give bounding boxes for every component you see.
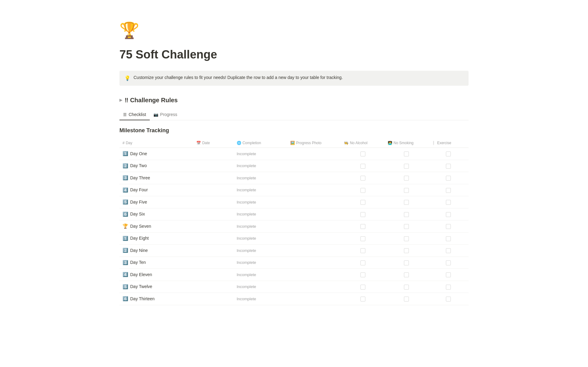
table-row[interactable]: 3️⃣ Day Ten Incomplete: [119, 257, 469, 269]
photo-cell-9[interactable]: [287, 257, 341, 269]
section-header[interactable]: ▶ ‼️ Challenge Rules: [119, 95, 469, 105]
smoking-cell-10[interactable]: [385, 269, 428, 281]
smoking-checkbox-4[interactable]: [404, 200, 409, 205]
alcohol-checkbox-12[interactable]: [360, 297, 365, 301]
exercise-checkbox-0[interactable]: [446, 152, 451, 156]
date-cell-11[interactable]: [193, 281, 234, 293]
table-row[interactable]: 5️⃣ Day Five Incomplete: [119, 196, 469, 208]
alcohol-checkbox-11[interactable]: [360, 285, 365, 290]
table-row[interactable]: 2️⃣ Day Nine Incomplete: [119, 245, 469, 257]
smoking-cell-6[interactable]: [385, 220, 428, 233]
exercise-checkbox-4[interactable]: [446, 200, 451, 205]
alcohol-checkbox-9[interactable]: [360, 260, 365, 265]
table-row[interactable]: 4️⃣ Day Eleven Incomplete: [119, 269, 469, 281]
alcohol-cell-1[interactable]: [341, 160, 385, 172]
exercise-checkbox-5[interactable]: [446, 212, 451, 217]
alcohol-cell-9[interactable]: [341, 257, 385, 269]
tab-checklist[interactable]: ☰ Checklist: [119, 110, 150, 120]
smoking-checkbox-12[interactable]: [404, 297, 409, 301]
smoking-cell-9[interactable]: [385, 257, 428, 269]
photo-cell-11[interactable]: [287, 281, 341, 293]
smoking-checkbox-6[interactable]: [404, 224, 409, 229]
smoking-cell-4[interactable]: [385, 196, 428, 208]
date-cell-2[interactable]: [193, 172, 234, 184]
table-row[interactable]: 1️⃣ Day Eight Incomplete: [119, 232, 469, 245]
smoking-cell-0[interactable]: [385, 148, 428, 160]
exercise-cell-7[interactable]: [428, 232, 469, 245]
alcohol-cell-3[interactable]: [341, 184, 385, 196]
date-cell-1[interactable]: [193, 160, 234, 172]
toggle-arrow-icon[interactable]: ▶: [119, 97, 122, 103]
exercise-cell-11[interactable]: [428, 281, 469, 293]
exercise-checkbox-7[interactable]: [446, 236, 451, 241]
exercise-checkbox-12[interactable]: [446, 297, 451, 301]
photo-cell-5[interactable]: [287, 208, 341, 220]
photo-cell-10[interactable]: [287, 269, 341, 281]
date-cell-3[interactable]: [193, 184, 234, 196]
alcohol-checkbox-0[interactable]: [360, 152, 365, 156]
table-row[interactable]: 6️⃣ Day Thirteen Incomplete: [119, 293, 469, 305]
photo-cell-7[interactable]: [287, 232, 341, 245]
smoking-checkbox-7[interactable]: [404, 236, 409, 241]
exercise-checkbox-6[interactable]: [446, 224, 451, 229]
smoking-cell-7[interactable]: [385, 232, 428, 245]
exercise-cell-4[interactable]: [428, 196, 469, 208]
exercise-cell-2[interactable]: [428, 172, 469, 184]
alcohol-cell-10[interactable]: [341, 269, 385, 281]
date-cell-4[interactable]: [193, 196, 234, 208]
photo-cell-4[interactable]: [287, 196, 341, 208]
date-cell-7[interactable]: [193, 232, 234, 245]
alcohol-cell-2[interactable]: [341, 172, 385, 184]
photo-cell-1[interactable]: [287, 160, 341, 172]
date-cell-0[interactable]: [193, 148, 234, 160]
photo-cell-6[interactable]: [287, 220, 341, 233]
photo-cell-12[interactable]: [287, 293, 341, 305]
smoking-cell-2[interactable]: [385, 172, 428, 184]
smoking-checkbox-0[interactable]: [404, 152, 409, 156]
alcohol-checkbox-5[interactable]: [360, 212, 365, 217]
alcohol-cell-11[interactable]: [341, 281, 385, 293]
smoking-cell-12[interactable]: [385, 293, 428, 305]
exercise-cell-10[interactable]: [428, 269, 469, 281]
exercise-checkbox-9[interactable]: [446, 260, 451, 265]
exercise-cell-0[interactable]: [428, 148, 469, 160]
exercise-cell-5[interactable]: [428, 208, 469, 220]
exercise-cell-8[interactable]: [428, 245, 469, 257]
date-cell-5[interactable]: [193, 208, 234, 220]
smoking-checkbox-2[interactable]: [404, 176, 409, 181]
smoking-checkbox-3[interactable]: [404, 188, 409, 193]
date-cell-9[interactable]: [193, 257, 234, 269]
exercise-checkbox-1[interactable]: [446, 164, 451, 169]
alcohol-cell-12[interactable]: [341, 293, 385, 305]
date-cell-6[interactable]: [193, 220, 234, 233]
photo-cell-0[interactable]: [287, 148, 341, 160]
exercise-cell-6[interactable]: [428, 220, 469, 233]
exercise-cell-9[interactable]: [428, 257, 469, 269]
exercise-cell-12[interactable]: [428, 293, 469, 305]
table-row[interactable]: 3️⃣ Day Three Incomplete: [119, 172, 469, 184]
table-row[interactable]: 🏆 Day Seven Incomplete: [119, 220, 469, 233]
photo-cell-3[interactable]: [287, 184, 341, 196]
alcohol-checkbox-6[interactable]: [360, 224, 365, 229]
exercise-checkbox-10[interactable]: [446, 272, 451, 277]
alcohol-checkbox-4[interactable]: [360, 200, 365, 205]
smoking-cell-11[interactable]: [385, 281, 428, 293]
smoking-checkbox-1[interactable]: [404, 164, 409, 169]
table-row[interactable]: 5️⃣ Day Twelve Incomplete: [119, 281, 469, 293]
photo-cell-2[interactable]: [287, 172, 341, 184]
alcohol-checkbox-3[interactable]: [360, 188, 365, 193]
exercise-checkbox-2[interactable]: [446, 176, 451, 181]
alcohol-cell-6[interactable]: [341, 220, 385, 233]
smoking-checkbox-8[interactable]: [404, 248, 409, 253]
exercise-checkbox-3[interactable]: [446, 188, 451, 193]
alcohol-checkbox-10[interactable]: [360, 272, 365, 277]
smoking-cell-3[interactable]: [385, 184, 428, 196]
alcohol-cell-5[interactable]: [341, 208, 385, 220]
smoking-checkbox-5[interactable]: [404, 212, 409, 217]
exercise-cell-1[interactable]: [428, 160, 469, 172]
smoking-checkbox-10[interactable]: [404, 272, 409, 277]
date-cell-12[interactable]: [193, 293, 234, 305]
table-row[interactable]: 1️⃣ Day One Incomplete: [119, 148, 469, 160]
alcohol-cell-7[interactable]: [341, 232, 385, 245]
alcohol-checkbox-8[interactable]: [360, 248, 365, 253]
